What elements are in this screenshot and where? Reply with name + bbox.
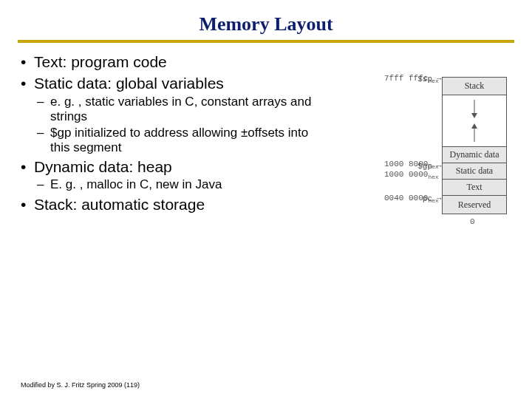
- seg-dynamic: Dynamic data: [442, 146, 507, 163]
- seg-static: Static data: [442, 163, 507, 179]
- bullet-label: Dynamic data: heap: [34, 158, 172, 175]
- addr-value: 1000 0000: [384, 170, 428, 179]
- addr-value: 0040 0000: [384, 194, 428, 202]
- addr-gp1: 1000 8000hex: [384, 160, 439, 170]
- memory-column: Stack Dynamic data Static data Text Rese…: [442, 77, 507, 214]
- subbullet: $gp initialized to address allowing ±off…: [34, 126, 313, 155]
- bullet-label: Static data: global variables: [34, 75, 224, 92]
- slide-title: Memory Layout: [18, 13, 514, 40]
- title-rule: [18, 40, 514, 43]
- addr-pc: 0040 0000hex: [384, 194, 439, 204]
- addr-value: 1000 8000: [384, 160, 428, 168]
- addr-gp2: 1000 0000hex: [384, 170, 439, 180]
- bullet-static: Static data: global variables e. g. , st…: [18, 75, 313, 155]
- footer-text: Modified by S. J. Fritz Spring 2009 (119…: [21, 381, 140, 389]
- addr-value: 7fff fffc: [384, 74, 428, 83]
- bullet-text: Text: program code: [18, 53, 313, 72]
- addr-zero: 0: [470, 217, 475, 226]
- addr-top: 7fff fffchex: [384, 74, 439, 84]
- arrow-up-icon: [474, 129, 475, 142]
- addr-suffix: hex: [428, 78, 438, 84]
- addr-suffix: hex: [428, 163, 438, 170]
- seg-reserved: Reserved: [442, 195, 507, 214]
- seg-gap: [442, 95, 507, 146]
- addr-suffix: hex: [428, 197, 438, 204]
- subbullet: E. g. , malloc in C, new in Java: [34, 177, 313, 192]
- memory-diagram: $sp→ 7fff fffchex $gp→ 1000 8000hex 1000…: [318, 77, 514, 216]
- arrow-down-icon: [474, 100, 475, 113]
- seg-text: Text: [442, 179, 507, 195]
- bullet-label: Stack: automatic storage: [34, 196, 205, 213]
- addr-suffix: hex: [428, 174, 438, 180]
- bullet-stack: Stack: automatic storage: [18, 196, 313, 214]
- arrow-up-icon: [471, 123, 477, 129]
- content-row: Text: program code Static data: global v…: [18, 53, 514, 216]
- seg-stack: Stack: [442, 77, 507, 95]
- bullet-list: Text: program code Static data: global v…: [18, 53, 313, 216]
- slide: Memory Layout Text: program code Static …: [0, 0, 532, 399]
- subbullet: e. g. , static variables in C, constant …: [34, 95, 313, 124]
- bullet-dynamic: Dynamic data: heap E. g. , malloc in C, …: [18, 158, 313, 193]
- bullet-label: Text: program code: [34, 53, 167, 70]
- arrow-down-icon: [471, 113, 477, 118]
